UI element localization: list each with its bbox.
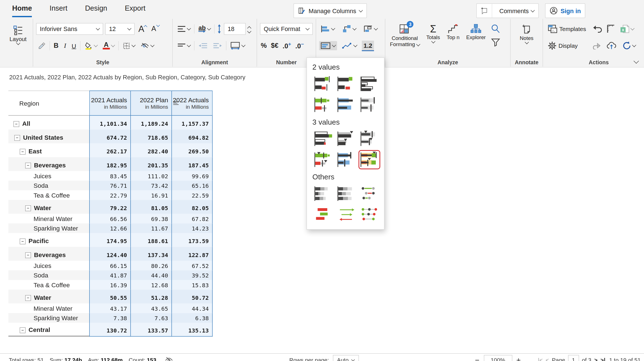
table-row[interactable]: −All1,101.341,189.241,157.37 <box>8 116 213 130</box>
region-column-header[interactable]: Region <box>8 91 89 116</box>
next-page-button[interactable]: > <box>594 357 598 361</box>
display-button[interactable]: Display <box>546 40 579 52</box>
value-cell[interactable]: 44.34 <box>172 303 213 313</box>
layout-button[interactable]: Layout <box>6 24 30 46</box>
value-cell[interactable]: 124.40 <box>89 247 131 261</box>
value-cell[interactable]: 43.65 <box>131 303 172 313</box>
table-row[interactable]: Mineral Water66.5669.3867.82 <box>8 214 213 224</box>
notes-button[interactable]: Notes <box>514 23 540 44</box>
hierarchy-chart-button[interactable] <box>340 23 358 34</box>
search-button[interactable] <box>491 24 500 33</box>
fill-color-button[interactable] <box>82 40 99 51</box>
value-cell[interactable]: 22.59 <box>172 190 213 200</box>
column-header-2022-actuals[interactable]: 2022 Actualsin Millions <box>172 91 213 116</box>
decrease-decimal-button[interactable]: .0− <box>295 41 304 50</box>
value-cell[interactable]: 69.38 <box>131 214 172 224</box>
ruler-button[interactable] <box>606 24 615 34</box>
conditional-formatting-button[interactable]: 3 Conditional Formatting <box>388 23 421 48</box>
value-cell[interactable]: 16.39 <box>89 280 131 290</box>
cell-chart-button[interactable] <box>319 41 337 50</box>
table-row[interactable]: −Pacific174.95188.61173.59 <box>8 233 213 247</box>
value-cell[interactable]: 14.23 <box>172 224 213 233</box>
zoom-level[interactable]: 100% <box>484 355 512 361</box>
value-cell[interactable]: 39.52 <box>172 270 213 280</box>
chart-type-option-bar-background-triangle[interactable] <box>335 129 357 148</box>
chart-type-option-bullet-red-green-triangle-selected[interactable] <box>359 150 380 169</box>
value-cell[interactable]: 66.15 <box>89 261 131 270</box>
value-cell[interactable]: 43.17 <box>89 303 131 313</box>
table-row[interactable]: −Water50.5551.2850.72 <box>8 290 213 304</box>
value-cell[interactable]: 173.59 <box>172 233 213 247</box>
value-cell[interactable]: 76.71 <box>89 181 131 191</box>
first-page-button[interactable]: |< <box>538 357 543 361</box>
tab-design[interactable]: Design <box>85 4 107 17</box>
chart-type-option-bar-gradient-target[interactable] <box>359 95 380 115</box>
value-cell[interactable]: 674.72 <box>89 130 131 144</box>
collapse-toggle[interactable]: − <box>25 205 31 211</box>
visibility-button[interactable] <box>139 41 155 51</box>
value-cell[interactable]: 1,157.37 <box>172 116 213 130</box>
value-cell[interactable]: 41.87 <box>89 270 131 280</box>
value-cell[interactable]: 130.72 <box>89 323 131 337</box>
tab-export[interactable]: Export <box>125 4 146 17</box>
chart-type-option-bar-variance-offset[interactable] <box>335 74 357 94</box>
redo-button[interactable] <box>591 42 601 49</box>
value-cell[interactable]: 7.38 <box>89 313 131 323</box>
table-row[interactable]: −United States674.72718.65694.82 <box>8 130 213 144</box>
increase-font-button[interactable]: A <box>137 23 146 35</box>
value-cell[interactable]: 269.50 <box>172 143 213 157</box>
font-size-select[interactable]: 12 <box>105 23 135 35</box>
value-cell[interactable]: 66.56 <box>89 214 131 224</box>
add-comment-icon[interactable] <box>477 4 493 18</box>
column-header-2022-plan[interactable]: 2022 Planin Millions <box>131 91 172 116</box>
table-row[interactable]: −Water79.2281.0582.05 <box>8 200 213 214</box>
currency-format-button[interactable]: $€ <box>271 42 278 49</box>
row-height-input[interactable]: 18 <box>224 23 246 35</box>
bold-button[interactable]: B <box>52 41 60 51</box>
chart-type-option-bar-gradient-triangle-plus[interactable] <box>359 129 380 148</box>
value-cell[interactable]: 174.95 <box>89 233 131 247</box>
table-row[interactable]: Mineral Water43.1743.6544.34 <box>8 303 213 313</box>
value-cell[interactable]: 718.65 <box>131 130 172 144</box>
value-cell[interactable]: 12.66 <box>89 224 131 233</box>
collapse-toggle[interactable]: − <box>20 239 26 244</box>
value-cell[interactable]: 1,101.34 <box>89 116 131 130</box>
increase-indent-button[interactable] <box>211 42 224 50</box>
collapse-toggle[interactable]: − <box>20 149 26 155</box>
value-cell[interactable]: 1,189.24 <box>131 116 172 130</box>
italic-button[interactable]: I <box>62 41 68 51</box>
chart-type-option-bar-variance-green-red[interactable] <box>312 74 334 94</box>
value-cell[interactable]: 82.05 <box>172 200 213 214</box>
tab-insert[interactable]: Insert <box>49 4 67 17</box>
chart-type-option-stacked-grayscale-a[interactable] <box>312 184 334 203</box>
value-cell[interactable]: 282.40 <box>131 143 172 157</box>
value-cell[interactable]: 81.05 <box>131 200 172 214</box>
decrease-font-button[interactable]: A <box>150 23 158 34</box>
value-cell[interactable]: 67.82 <box>172 214 213 224</box>
value-cell[interactable]: 133.57 <box>131 323 172 337</box>
tab-home[interactable]: Home <box>12 4 32 17</box>
value-cell[interactable]: 137.34 <box>131 247 172 261</box>
wrap-text-button[interactable]: ab <box>197 23 212 34</box>
chart-type-option-variance-bars-red-green[interactable] <box>312 205 334 224</box>
templates-button[interactable]: Templates <box>546 23 588 35</box>
column-header-2021-actuals[interactable]: 2021 Actualsin Millions <box>89 91 131 116</box>
table-row[interactable]: Sparkling Water7.387.636.38 <box>8 313 213 323</box>
value-cell[interactable]: 187.45 <box>172 157 213 171</box>
table-row[interactable]: Sparkling Water12.6611.6714.23 <box>8 224 213 233</box>
value-cell[interactable]: 50.72 <box>172 290 213 304</box>
table-row[interactable]: Tea & Coffee16.3912.6815.83 <box>8 280 213 290</box>
value-cell[interactable]: 201.35 <box>131 157 172 171</box>
excel-export-button[interactable]: X <box>620 24 634 34</box>
value-cell[interactable]: 135.13 <box>172 323 213 337</box>
font-family-select[interactable]: Inforiver Sans <box>36 23 103 35</box>
chart-type-option-bar-overlay-blue-target[interactable] <box>335 150 357 169</box>
collapse-toggle[interactable]: − <box>25 295 31 301</box>
table-row[interactable]: Juices66.1580.2667.52 <box>8 261 213 270</box>
value-cell[interactable]: 80.26 <box>131 261 172 270</box>
comments-button[interactable]: Comments <box>476 3 539 18</box>
value-cell[interactable]: 122.87 <box>172 247 213 261</box>
format-painter-button[interactable] <box>36 41 48 51</box>
value-cell[interactable]: 694.82 <box>172 130 213 144</box>
value-cell[interactable]: 11.67 <box>131 224 172 233</box>
